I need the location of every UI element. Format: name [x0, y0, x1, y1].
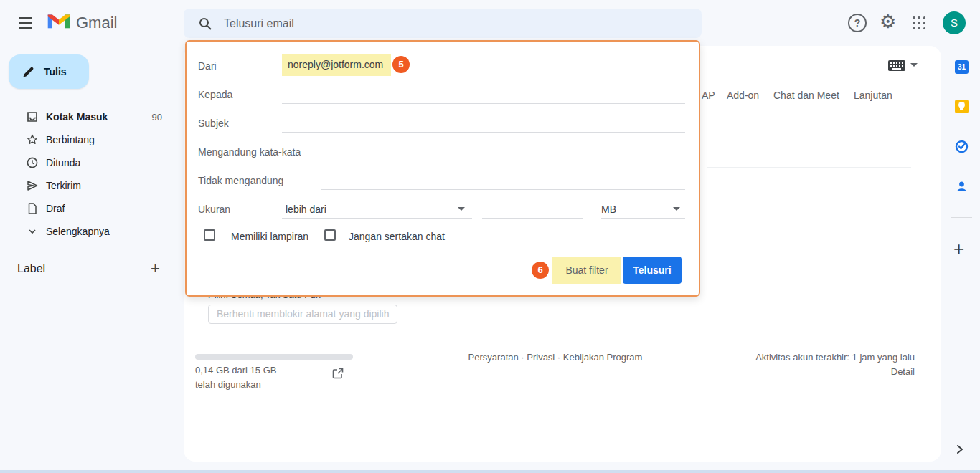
sidebar-item-label: Ditunda: [46, 157, 80, 168]
settings-divider: [707, 257, 911, 257]
rail-divider: [951, 217, 972, 218]
exclude-chat-checkbox[interactable]: [324, 229, 336, 241]
size-unit-caret-icon[interactable]: [673, 207, 680, 211]
sidebar-item-label: Terkirim: [46, 180, 81, 191]
unblock-selected-button[interactable]: Berhenti memblokir alamat yang dipilih: [208, 305, 397, 324]
size-operator-select[interactable]: lebih dari: [286, 204, 326, 215]
has-words-input[interactable]: [329, 161, 685, 161]
has-words-label: Mengandung kata-kata: [198, 146, 301, 158]
sidebar-item-drafts[interactable]: Draf: [0, 199, 178, 219]
inbox-count: 90: [152, 112, 162, 123]
size-operator-caret-icon[interactable]: [458, 207, 465, 211]
open-in-new-icon[interactable]: [331, 367, 344, 383]
tutorial-badge-5: 5: [392, 56, 410, 73]
bottom-edge-strip: [0, 470, 980, 473]
calendar-icon[interactable]: 31: [955, 60, 969, 74]
compose-label: Tulis: [44, 66, 67, 77]
keep-icon[interactable]: [955, 100, 969, 113]
settings-gear-icon[interactable]: ⚙: [880, 11, 896, 32]
has-attachment-label: Memiliki lampiran: [231, 231, 308, 242]
size-value-input[interactable]: [482, 218, 583, 219]
search-icon: [198, 16, 212, 31]
sidebar-item-snoozed[interactable]: Ditunda: [0, 153, 178, 173]
sidebar-item-more[interactable]: Selengkapnya: [0, 221, 178, 242]
get-addons-button[interactable]: +: [953, 239, 964, 258]
sidebar-item-label: Selengkapnya: [46, 226, 110, 237]
size-label: Ukuran: [198, 204, 230, 215]
tab-lanjutan[interactable]: Lanjutan: [854, 90, 892, 101]
from-value: noreply@jotform.com: [282, 54, 391, 70]
tab-chat-meet[interactable]: Chat dan Meet: [773, 90, 839, 101]
storage-text: 0,14 GB dari 15 GB telah digunakan: [195, 363, 297, 392]
help-button[interactable]: ?: [848, 14, 867, 32]
from-label: Dari: [198, 60, 217, 72]
tutorial-badge-6: 6: [532, 262, 549, 279]
google-apps-icon[interactable]: [913, 16, 926, 30]
input-method-keyboard-icon[interactable]: [888, 60, 905, 74]
advanced-search-filter-panel: Dari noreply@jotform.com 5 Kepada Subjek…: [185, 40, 700, 297]
settings-divider: [701, 138, 911, 138]
main-menu-button[interactable]: [16, 13, 36, 33]
exclude-chat-label: Jangan sertakan chat: [349, 231, 445, 242]
account-activity-text: Aktivitas akun terakhir: 1 jam yang lalu: [646, 352, 915, 363]
tab-addon[interactable]: Add-on: [727, 90, 759, 101]
compose-button[interactable]: Tulis: [9, 54, 89, 89]
has-attachment-checkbox[interactable]: [204, 229, 215, 241]
gmail-wordmark: Gmail: [76, 14, 117, 32]
size-operator-underline[interactable]: [282, 218, 472, 219]
inbox-icon: [26, 110, 39, 123]
from-value-highlight[interactable]: noreply@jotform.com: [282, 54, 391, 76]
to-label: Kepada: [198, 89, 232, 100]
search-input[interactable]: Telusuri email: [224, 17, 294, 30]
search-bar[interactable]: Telusuri email: [184, 9, 702, 38]
expand-side-panel-icon[interactable]: [955, 443, 965, 459]
storage-meter: [195, 354, 353, 360]
size-unit-select[interactable]: MB: [601, 204, 616, 215]
account-avatar[interactable]: S: [943, 11, 966, 34]
keyboard-dropdown-caret[interactable]: [910, 63, 918, 67]
sidebar-item-label: Draf: [46, 203, 65, 214]
size-unit-underline[interactable]: [601, 218, 685, 219]
contacts-icon[interactable]: [955, 180, 969, 194]
send-icon: [26, 179, 39, 192]
search-submit-button[interactable]: Telusuri: [623, 257, 682, 284]
sidebar-item-sent[interactable]: Terkirim: [0, 176, 178, 196]
sidebar-item-label: Kotak Masuk: [46, 111, 108, 123]
subject-label: Subjek: [198, 118, 229, 129]
sidebar-item-label: Berbintang: [46, 134, 95, 145]
sidebar-item-inbox[interactable]: Kotak Masuk 90: [0, 107, 178, 127]
not-has-label: Tidak mengandung: [198, 175, 283, 186]
draft-file-icon: [26, 202, 39, 215]
labels-header: Label: [17, 262, 45, 275]
add-label-button[interactable]: +: [151, 259, 160, 278]
activity-detail-link[interactable]: Detail: [646, 366, 915, 377]
chevron-down-icon: [26, 226, 39, 236]
tab-pop-imap-clipped[interactable]: AP: [702, 90, 715, 101]
sidebar-item-starred[interactable]: Berbintang: [0, 130, 178, 150]
star-icon: [26, 133, 39, 146]
pencil-icon: [22, 65, 35, 79]
subject-input[interactable]: [282, 132, 685, 133]
not-has-input[interactable]: [321, 189, 685, 190]
to-input[interactable]: [282, 103, 685, 104]
gmail-logo-icon: [46, 11, 72, 33]
tasks-icon[interactable]: [955, 140, 969, 153]
clock-icon: [26, 156, 39, 169]
settings-divider: [707, 167, 911, 168]
create-filter-button[interactable]: Buat filter: [552, 257, 621, 284]
